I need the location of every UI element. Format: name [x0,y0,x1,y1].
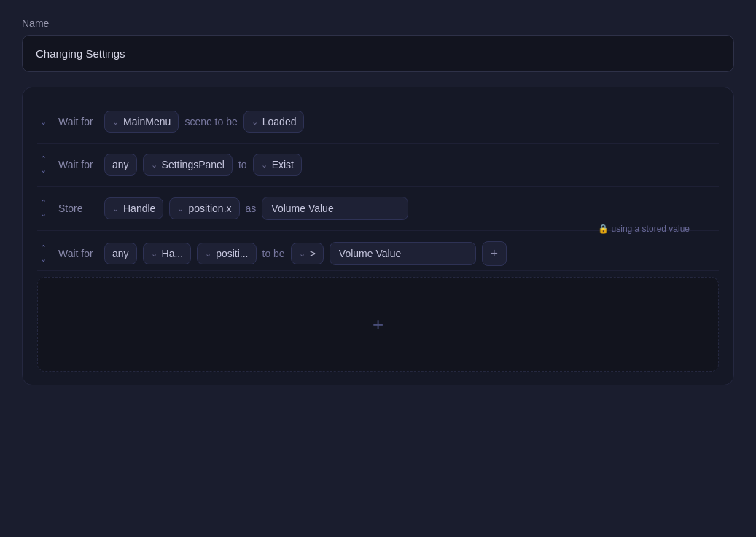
step4-controls: ⌃ ⌄ [37,243,50,264]
name-label: Name [22,17,734,29]
step3-varname-input[interactable] [262,197,408,220]
step-row: ⌄ Wait for ⌄ MainMenu scene to be ⌄ Load… [37,101,719,144]
step2-down-btn[interactable]: ⌄ [37,165,50,175]
step4-comparator-dropdown[interactable]: ⌄ > [291,243,324,264]
step2-controls: ⌃ ⌄ [37,154,50,175]
steps-container: ⌄ Wait for ⌄ MainMenu scene to be ⌄ Load… [22,87,734,385]
step1-connector: scene to be [184,116,237,128]
step2-action-dropdown[interactable]: ⌄ Exist [253,154,302,176]
chevron-down-icon: ⌄ [112,204,119,213]
step2-any-dropdown[interactable]: any [104,154,137,176]
chevron-down-icon: ⌄ [151,249,157,259]
step1-collapse-btn[interactable]: ⌄ [37,117,50,127]
lock-icon: 🔒 [598,224,609,234]
step3-type-dropdown[interactable]: ⌄ Handle [104,197,163,219]
chevron-down-icon: ⌄ [299,249,305,259]
step4-comparator-value: > [310,248,316,259]
step3-type-value: Handle [123,203,155,214]
step4-handle-dropdown[interactable]: ⌄ Ha... [143,243,192,264]
step2-any-value: any [112,159,129,170]
step-row: 🔒 using a stored value ⌃ ⌄ Wait for any … [37,231,719,271]
step1-state-dropdown[interactable]: ⌄ Loaded [243,111,305,133]
chevron-down-icon: ⌄ [252,117,258,127]
step1-controls: ⌄ [37,117,50,127]
step4-any-value: any [112,248,129,259]
step3-down-btn[interactable]: ⌄ [37,209,50,219]
step2-label: Wait for [58,159,98,170]
step1-label: Wait for [58,116,98,128]
stored-value-hint: 🔒 using a stored value [598,224,690,234]
step4-handle-value: Ha... [162,248,184,259]
step4-connector: to be [262,248,285,259]
name-input[interactable] [22,35,734,72]
step3-up-btn[interactable]: ⌃ [37,198,50,208]
step3-prop-dropdown[interactable]: ⌄ position.x [169,197,239,219]
step1-scene-value: MainMenu [123,116,171,128]
step3-prop-value: position.x [188,203,231,214]
step4-label: Wait for [58,248,98,259]
add-step-icon: + [373,313,383,336]
step1-state-value: Loaded [262,116,297,128]
page-wrapper: Name ⌄ Wait for ⌄ MainMenu scene to be ⌄… [15,17,741,385]
add-step-area[interactable]: + [37,277,719,372]
step4-prop-dropdown[interactable]: ⌄ positi... [197,243,256,264]
step2-panel-value: SettingsPanel [162,159,225,170]
step-row: ⌃ ⌄ Wait for any ⌄ SettingsPanel to ⌄ Ex… [37,144,719,187]
chevron-down-icon: ⌄ [177,204,184,213]
step1-scene-dropdown[interactable]: ⌄ MainMenu [104,111,179,133]
chevron-down-icon: ⌄ [151,160,157,170]
step3-label: Store [58,203,98,214]
chevron-down-icon: ⌄ [261,160,268,170]
step4-prop-value: positi... [216,248,248,259]
step3-controls: ⌃ ⌄ [37,198,50,219]
step2-action-value: Exist [272,159,294,170]
step2-connector: to [238,159,247,170]
step4-down-btn[interactable]: ⌄ [37,254,50,264]
step4-value-input[interactable] [330,242,476,265]
step3-connector: as [246,203,257,214]
step2-panel-dropdown[interactable]: ⌄ SettingsPanel [143,154,233,176]
step2-up-btn[interactable]: ⌃ [37,154,50,164]
step4-up-btn[interactable]: ⌃ [37,243,50,253]
name-section: Name [22,17,734,72]
step4-any-dropdown[interactable]: any [104,243,137,264]
step4-plus-button[interactable]: + [482,241,507,266]
chevron-down-icon: ⌄ [205,249,211,259]
stored-value-text: using a stored value [612,224,690,234]
chevron-down-icon: ⌄ [112,117,119,127]
